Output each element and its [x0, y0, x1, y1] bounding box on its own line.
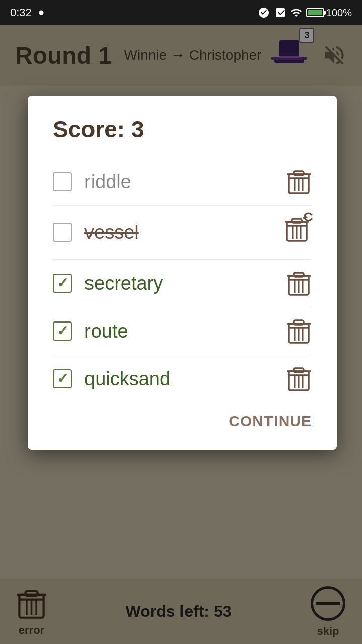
x-icon — [274, 7, 286, 19]
battery-container: 100% — [306, 7, 352, 19]
undo-arrow-icon — [302, 211, 316, 225]
battery-percent: 100% — [326, 7, 352, 19]
notification-icon — [258, 7, 270, 19]
time-display: 0:32 — [10, 6, 32, 19]
route-delete-button[interactable] — [286, 316, 312, 346]
quicksand-checkbox[interactable]: ✓ — [53, 369, 72, 388]
checkmark-icon: ✓ — [57, 372, 68, 386]
checkmark-icon: ✓ — [57, 324, 68, 338]
status-dot-icon — [36, 7, 47, 18]
battery-fill — [308, 10, 322, 15]
vessel-label: vessel — [84, 222, 139, 244]
riddle-checkbox[interactable] — [53, 172, 72, 191]
route-checkbox[interactable]: ✓ — [53, 321, 72, 341]
riddle-delete-button[interactable] — [286, 167, 312, 196]
word-row-left: ✓ route — [53, 320, 128, 342]
route-label: route — [84, 320, 128, 342]
checkmark-icon: ✓ — [57, 276, 68, 290]
continue-button[interactable]: CONTINUE — [229, 413, 312, 430]
status-right: 100% — [258, 7, 352, 19]
quicksand-label: quicksand — [84, 368, 170, 390]
list-item: ✓ secretary — [53, 260, 312, 307]
secretary-delete-button[interactable] — [286, 269, 312, 298]
svg-marker-19 — [303, 215, 308, 219]
list-item: vessel — [53, 206, 312, 260]
word-row-left: ✓ secretary — [53, 273, 163, 294]
riddle-label: riddle — [84, 171, 131, 193]
word-list: riddle vessel — [53, 158, 312, 403]
svg-point-0 — [39, 10, 43, 15]
vessel-checkbox[interactable] — [53, 223, 72, 242]
continue-section: CONTINUE — [53, 413, 312, 430]
status-left: 0:32 — [10, 6, 47, 19]
secretary-checkbox[interactable]: ✓ — [53, 274, 72, 293]
word-row-left: vessel — [53, 222, 139, 244]
list-item: ✓ quicksand — [53, 355, 312, 403]
status-bar: 0:32 100% — [0, 0, 362, 25]
quicksand-delete-button[interactable] — [286, 364, 312, 393]
secretary-label: secretary — [84, 273, 163, 294]
wifi-icon — [290, 7, 302, 19]
word-row-left: riddle — [53, 171, 131, 193]
vessel-delete-button[interactable] — [282, 215, 312, 250]
score-dialog: Score: 3 riddle vessel — [28, 96, 337, 450]
score-title: Score: 3 — [53, 116, 312, 143]
list-item: riddle — [53, 158, 312, 206]
word-row-left: ✓ quicksand — [53, 368, 170, 390]
list-item: ✓ route — [53, 307, 312, 355]
battery-icon — [306, 8, 324, 17]
